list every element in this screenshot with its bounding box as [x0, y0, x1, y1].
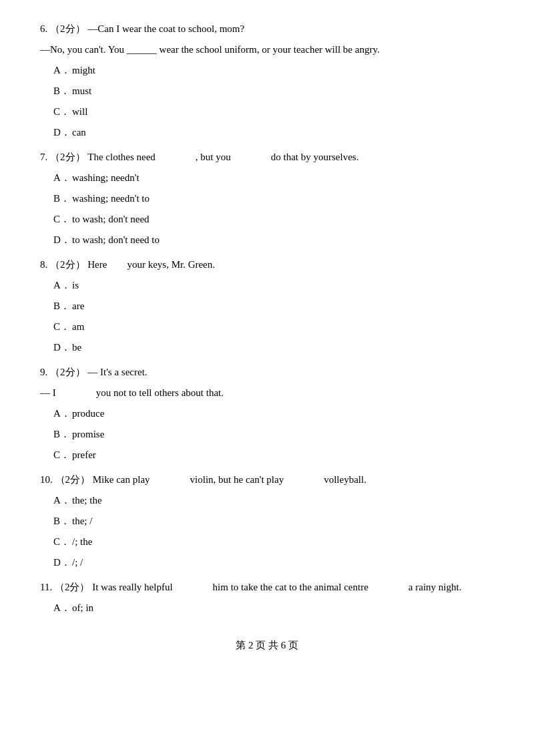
q8-option-b: B．are: [53, 297, 494, 315]
q10-option-c: C．/; the: [53, 533, 494, 551]
q9-option-a: A．produce: [53, 405, 494, 423]
question-9-header: 9. （2分） — It's a secret.: [40, 363, 494, 381]
q8-option-a: A．is: [53, 276, 494, 295]
q6-option-c: C．will: [53, 103, 494, 121]
page-footer: 第 2 页 共 6 页: [40, 637, 494, 654]
q10-points: （2分）: [55, 474, 91, 485]
question-11-header: 11. （2分） It was really helpful him to ta…: [40, 578, 494, 596]
q9-dialog-2: — I you not to tell others about that.: [40, 384, 494, 402]
q7-option-d: D．to wash; don't need to: [53, 231, 494, 249]
q11-number: 11.: [40, 582, 52, 592]
question-6-header: 6. （2分） —Can I wear the coat to school, …: [40, 20, 494, 38]
q9-option-c: C．prefer: [53, 446, 494, 464]
q9-dialog-1: — It's a secret.: [87, 367, 147, 377]
q6-points: （2分）: [50, 23, 85, 34]
q7-dialog-1: The clothes need , but you do that by yo…: [87, 152, 358, 162]
q6-number: 6.: [40, 23, 47, 34]
q10-number: 10.: [40, 474, 53, 485]
question-11: 11. （2分） It was really helpful him to ta…: [40, 578, 494, 617]
q10-option-d: D．/; /: [53, 554, 494, 572]
q10-option-b: B．the; /: [53, 512, 494, 530]
question-8-header: 8. （2分） Here your keys, Mr. Green.: [40, 256, 494, 274]
question-7: 7. （2分） The clothes need , but you do th…: [40, 148, 494, 249]
q7-option-c: C．to wash; don't need: [53, 210, 494, 228]
q8-dialog-1: Here your keys, Mr. Green.: [87, 259, 215, 270]
q6-dialog-2: —No, you can't. You ______ wear the scho…: [40, 41, 494, 59]
q10-option-a: A．the; the: [53, 492, 494, 510]
q8-option-d: D．be: [53, 339, 494, 357]
q9-number: 9.: [40, 367, 47, 377]
q6-dialog-1: —Can I wear the coat to school, mom?: [87, 23, 244, 34]
q7-option-a: A．washing; needn't: [53, 169, 494, 187]
q7-points: （2分）: [50, 152, 85, 162]
q8-option-c: C．am: [53, 318, 494, 336]
q11-option-a: A．of; in: [53, 599, 494, 617]
q8-points: （2分）: [50, 259, 85, 270]
q11-dialog-1: It was really helpful him to take the ca…: [92, 582, 461, 592]
q9-option-b: B．promise: [53, 425, 494, 443]
question-10: 10. （2分） Mike can play violin, but he ca…: [40, 471, 494, 572]
q11-points: （2分）: [55, 582, 90, 592]
question-8: 8. （2分） Here your keys, Mr. Green. A．is …: [40, 256, 494, 357]
q6-option-a: A．might: [53, 61, 494, 79]
question-10-header: 10. （2分） Mike can play violin, but he ca…: [40, 471, 494, 489]
q10-dialog-1: Mike can play violin, but he can't play …: [93, 474, 366, 485]
question-7-header: 7. （2分） The clothes need , but you do th…: [40, 148, 494, 166]
q7-option-b: B．washing; needn't to: [53, 190, 494, 208]
q8-number: 8.: [40, 259, 47, 270]
q7-number: 7.: [40, 152, 47, 162]
q6-option-b: B．must: [53, 82, 494, 100]
question-9: 9. （2分） — It's a secret. — I you not to …: [40, 363, 494, 464]
page-footer-text: 第 2 页 共 6 页: [236, 640, 298, 650]
question-6: 6. （2分） —Can I wear the coat to school, …: [40, 20, 494, 142]
q9-points: （2分）: [50, 367, 85, 377]
q6-option-d: D．can: [53, 124, 494, 142]
